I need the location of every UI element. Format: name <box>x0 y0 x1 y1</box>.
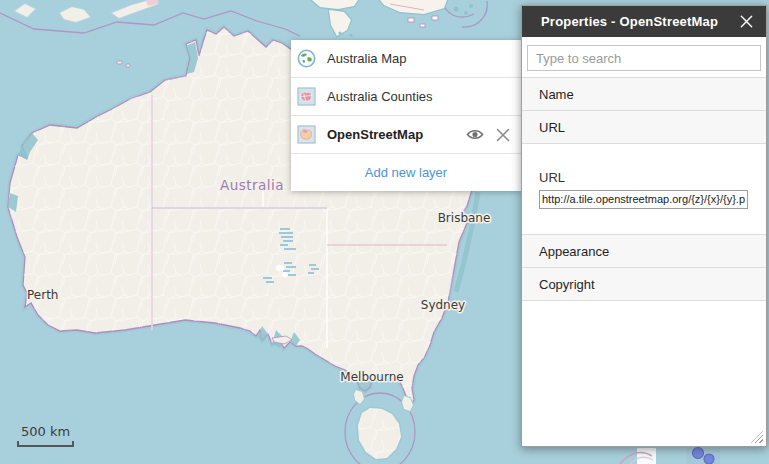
city-label-sydney: Sydney <box>421 298 465 312</box>
resize-handle[interactable] <box>751 431 763 443</box>
layer-row-australia-counties[interactable]: Australia Counties <box>291 78 521 116</box>
section-copyright-label: Copyright <box>539 277 595 292</box>
properties-panel-title: Properties - OpenStreetMap <box>541 14 718 29</box>
city-label-brisbane: Brisbane <box>438 211 491 225</box>
properties-panel: Properties - OpenStreetMap Name URL URL … <box>521 5 767 447</box>
scale-bar: 500 km <box>17 424 74 447</box>
layer-label: Australia Counties <box>327 89 433 104</box>
section-appearance[interactable]: Appearance <box>522 234 766 267</box>
scale-bar-label: 500 km <box>21 424 74 439</box>
layer-label: OpenStreetMap <box>327 127 423 142</box>
osm-thumbnail-icon <box>297 125 316 144</box>
url-field-label: URL <box>539 170 748 185</box>
counties-thumbnail-icon <box>297 87 316 106</box>
search-input[interactable] <box>527 45 761 71</box>
url-section-content: URL <box>522 143 766 234</box>
add-layer-row: Add new layer <box>291 154 521 191</box>
section-url-label: URL <box>539 120 565 135</box>
section-name[interactable]: Name <box>522 77 766 110</box>
layers-panel: Australia Map Australia Counties OpenStr… <box>291 40 521 191</box>
city-label-melbourne: Melbourne <box>340 370 403 384</box>
section-appearance-label: Appearance <box>539 244 609 259</box>
properties-panel-header: Properties - OpenStreetMap <box>522 6 766 37</box>
properties-panel-body <box>522 300 766 446</box>
globe-icon <box>297 49 316 68</box>
url-field-input[interactable] <box>539 190 748 209</box>
add-new-layer-button[interactable]: Add new layer <box>365 165 447 180</box>
city-label-perth: Perth <box>27 288 58 302</box>
layer-visibility-eye-icon[interactable] <box>466 128 484 141</box>
scale-bar-line <box>17 441 74 447</box>
layer-label: Australia Map <box>327 51 406 66</box>
layer-row-australia-map[interactable]: Australia Map <box>291 40 521 78</box>
section-copyright[interactable]: Copyright <box>522 267 766 300</box>
section-name-label: Name <box>539 87 574 102</box>
search-area <box>522 37 766 77</box>
section-url[interactable]: URL <box>522 110 766 143</box>
close-icon[interactable] <box>739 14 754 29</box>
country-label: Australia <box>220 177 284 193</box>
layer-remove-icon[interactable] <box>495 127 511 143</box>
layer-row-openstreetmap[interactable]: OpenStreetMap <box>291 116 521 154</box>
